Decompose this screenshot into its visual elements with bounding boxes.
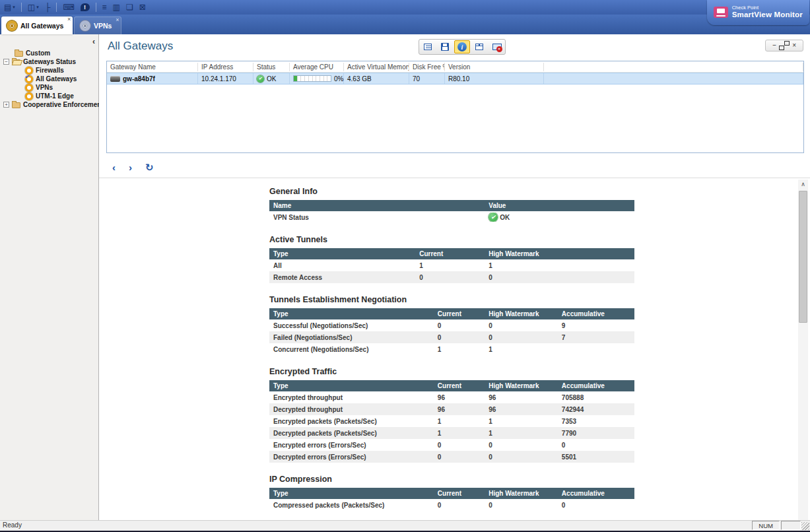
scroll-up-icon[interactable]: ∧ [798,180,808,189]
close-button[interactable]: × [792,42,796,49]
alert-bubble-icon[interactable]: ! [81,3,90,11]
col-version[interactable]: Version [445,63,544,71]
minimize-button[interactable]: − [772,42,776,49]
toolbar-separator [56,3,57,12]
back-icon[interactable]: ‹ [112,162,116,172]
details-view-icon[interactable] [420,40,436,53]
detail-col-header: High Watermark [485,382,558,389]
col-average-cpu[interactable]: Average CPU [290,63,344,71]
gateway-row[interactable]: gw-a84b7f 10.24.1.170 OK 0% 4.63 GB 70 R… [107,73,803,84]
tab-vpns[interactable]: VPNs × [74,17,121,34]
col-active-virtual-memory[interactable]: Active Virtual Memory [344,63,409,71]
save-icon[interactable] [437,40,453,53]
detail-cell: 1 [434,346,485,353]
sidebar-item-label: Custom [26,50,50,57]
detail-cell: 742944 [558,406,634,413]
tree-expander-icon[interactable]: − [3,59,9,65]
col-ip-address[interactable]: IP Address [198,63,253,71]
gateway-ring-checked-icon [25,75,33,83]
detail-row: Compressed packets (Packets/Sec)000 [269,499,634,511]
tab-close-icon[interactable]: × [116,17,119,23]
section-title: Encrypted Traffic [269,367,634,376]
menu-icon[interactable]: ▤▾ [4,3,15,12]
detail-cell: 96 [434,394,485,401]
view-selector-icon[interactable]: ◫▾ [28,3,39,12]
detail-row: All11 [269,259,634,271]
col-disk-free[interactable]: Disk Free % [409,63,445,71]
gateway-version: R80.10 [445,73,544,84]
detail-row: Encrypted packets (Packets/Sec)117353 [269,415,634,427]
detail-cell: Encrypted throughput [269,394,434,401]
detail-cell: 7790 [558,430,634,437]
folder-icon [12,102,20,108]
status-text: Ready [3,521,22,529]
tab-close-icon[interactable]: × [67,17,71,22]
checkpoint-logo-icon [714,7,728,18]
disconnect-gateway-icon[interactable]: × [489,40,504,53]
cpu-percent: 0% [334,75,343,83]
sidebar-item-cooperative-enforcement[interactable]: +Cooperative Enforcement [0,100,98,109]
checkpoint-brand: Check Point SmartView Monitor [707,0,809,25]
num-lock-indicator: NUM [752,521,780,530]
col-gateway-name[interactable]: Gateway Name [107,63,198,71]
resize-grip[interactable] [801,522,809,530]
tree-view-icon[interactable]: ├ [45,3,51,12]
package-icon[interactable] [471,40,487,53]
tree-expander-icon[interactable]: + [3,102,9,108]
checkpoint-ring-icon [7,20,17,31]
detail-col-header: Type [269,382,434,389]
tab-label: All Gateways [20,22,63,30]
list-rows-icon[interactable]: ≡ [102,3,107,12]
col-status[interactable]: Status [253,63,290,71]
brand-line1: Check Point [732,5,803,11]
gateway-ip: 10.24.1.170 [198,73,253,84]
detail-cell: 1 [415,262,485,269]
detail-col-header: Value [485,202,634,209]
sidebar-collapse-button[interactable]: ‹ [92,37,95,46]
scrollbar-thumb[interactable] [799,191,807,323]
sidebar-item-custom[interactable]: Custom [0,49,98,57]
detail-nav-toolbar: ‹ › ↻ [99,156,810,178]
detail-col-header: Accumulative [558,490,634,497]
detail-cell: 5501 [558,453,634,461]
vertical-scrollbar[interactable]: ∧ [798,180,808,520]
sidebar-item-all-gateways[interactable]: All Gateways [0,75,98,83]
col-filler [544,63,803,71]
info-icon[interactable]: i [454,40,470,53]
cascade-windows-icon[interactable]: ❏ [126,3,133,12]
sidebar-item-label: Gateways Status [23,58,76,65]
section-title: IP Compression [269,475,634,484]
detail-cell: 1 [485,418,558,425]
toolbar-separator [21,3,22,12]
detail-cell: Remote Access [269,274,415,281]
detail-cell: Encrypted errors (Errors/Sec) [269,442,434,449]
keyboard-icon[interactable]: ⌨ [63,3,74,12]
smartview-monitor-window: ▤▾◫▾├⌨!≡▥❏⊠ Check Point SmartView Monito… [0,0,810,532]
refresh-icon[interactable]: ↻ [145,162,154,172]
detail-row: Failed (Negotiations/Sec)007 [269,331,634,343]
row-filler [544,73,803,84]
detail-row: Decrypted errors (Errors/Sec)005501 [269,451,634,463]
sidebar-item-firewalls[interactable]: Firewalls [0,66,98,75]
detail-cell: Decrypted packets (Packets/Sec) [269,430,434,437]
detail-cell: 0 [434,453,485,461]
titlebar: ▤▾◫▾├⌨!≡▥❏⊠ [0,0,810,15]
detail-cell: 1 [485,346,558,353]
forward-icon[interactable]: › [129,162,132,172]
columns-view-icon[interactable]: ▥ [113,3,120,12]
close-window-icon[interactable]: ⊠ [139,3,146,12]
detail-col-header: Accumulative [558,310,634,317]
folder-icon [15,51,23,57]
detail-cell: 96 [485,406,558,413]
tab-all-gateways[interactable]: All Gateways × [1,17,73,34]
detail-cell: 0 [558,442,634,449]
sidebar-item-gateways-status[interactable]: −Gateways Status [0,57,98,66]
sidebar-item-utm-1-edge[interactable]: UTM-1 Edge [0,92,98,100]
detail-cell: Compressed packets (Packets/Sec) [269,502,434,509]
detail-cell: Failed (Negotiations/Sec) [269,334,434,341]
status-cell [781,521,801,530]
detail-col-header: Type [269,250,415,257]
detail-col-header: Current [415,250,485,257]
titlebar-icons: ▤▾◫▾├⌨!≡▥❏⊠ [4,3,146,12]
sidebar-item-vpns[interactable]: VPNs [0,83,98,92]
